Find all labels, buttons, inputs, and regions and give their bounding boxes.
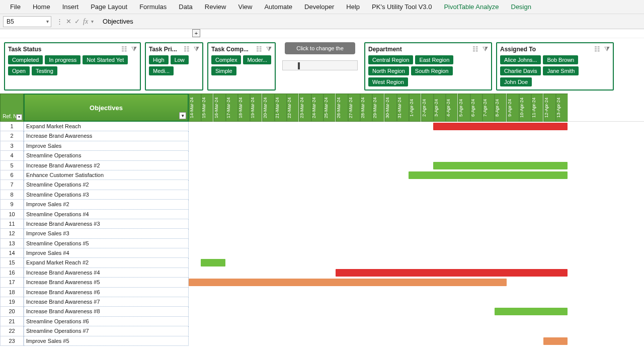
ref-cell[interactable]: 10	[0, 210, 24, 219]
date-header[interactable]: 2-Apr-24	[421, 94, 433, 122]
date-header[interactable]: 7-Apr-24	[482, 94, 494, 122]
clear-filter-icon[interactable]: ⧩	[604, 45, 610, 53]
slicer-item[interactable]: Bob Brown	[543, 55, 578, 64]
objective-cell[interactable]: Increase Brand Awareness #2	[24, 161, 189, 170]
objective-cell[interactable]: Enhance Customer Satisfaction	[24, 170, 189, 180]
fx-icon[interactable]: fx	[83, 18, 88, 26]
slicer-item[interactable]: Central Region	[368, 55, 413, 64]
gantt-bar[interactable]	[189, 279, 507, 286]
multiselect-icon[interactable]: ☷	[594, 45, 600, 53]
ref-cell[interactable]: 21	[0, 317, 24, 326]
date-input[interactable]	[282, 60, 358, 70]
ribbon-tab[interactable]: Page Layout	[85, 1, 133, 13]
objective-cell[interactable]: Expand Market Reach	[24, 122, 189, 131]
ribbon-tab[interactable]: PivotTable Analyze	[438, 1, 505, 13]
objective-cell[interactable]: Improve Sales #4	[24, 248, 189, 258]
date-header[interactable]: 8-Apr-24	[494, 94, 506, 122]
ribbon-tab[interactable]: Home	[27, 1, 56, 13]
chevron-down-icon[interactable]: ▾	[46, 19, 49, 24]
ribbon-tab[interactable]: Insert	[56, 1, 85, 13]
objective-cell[interactable]: Streamline Operations #4	[24, 210, 189, 219]
gantt-bar[interactable]	[433, 123, 568, 130]
objectives-header[interactable]: Objectives ▾	[24, 94, 189, 122]
clear-filter-icon[interactable]: ⧩	[482, 45, 488, 53]
expand-button[interactable]: +	[192, 29, 200, 37]
ref-cell[interactable]: 22	[0, 326, 24, 336]
date-header[interactable]: 14-Mar-24	[189, 94, 201, 122]
date-header[interactable]: 9-Apr-24	[507, 94, 519, 122]
slicer-item[interactable]: In progress	[45, 55, 80, 64]
filter-dropdown-icon[interactable]: ▾	[179, 112, 186, 119]
objective-cell[interactable]: Streamline Operations #3	[24, 190, 189, 200]
ribbon-tab[interactable]: Formulas	[133, 1, 173, 13]
ribbon-tab[interactable]: PK's Utility Tool V3.0	[366, 1, 438, 13]
gantt-bar[interactable]	[433, 162, 568, 169]
date-header[interactable]: 4-Apr-24	[445, 94, 457, 122]
gantt-bar[interactable]	[336, 269, 568, 277]
ref-cell[interactable]: 13	[0, 239, 24, 248]
date-header[interactable]: 28-Mar-24	[360, 94, 372, 122]
multiselect-icon[interactable]: ☷	[121, 45, 127, 53]
ribbon-tab[interactable]: Review	[199, 1, 232, 13]
date-header[interactable]: 25-Mar-24	[323, 94, 335, 122]
slicer-item[interactable]: Alice Johns...	[500, 55, 541, 64]
date-header[interactable]: 18-Mar-24	[237, 94, 250, 122]
objective-cell[interactable]: Improve Sales #2	[24, 200, 189, 209]
objective-cell[interactable]: Improve Sales	[24, 141, 189, 151]
slicer-item[interactable]: West Region	[368, 77, 408, 86]
objective-cell[interactable]: Improve Sales #5	[24, 336, 189, 346]
date-header[interactable]: 30-Mar-24	[384, 94, 396, 122]
ribbon-tab[interactable]: File	[4, 1, 27, 13]
date-header[interactable]: 26-Mar-24	[336, 94, 348, 122]
date-header[interactable]: 31-Mar-24	[396, 94, 409, 122]
objective-cell[interactable]: Streamline Operations #6	[24, 317, 189, 326]
objective-cell[interactable]: Increase Brand Awareness #3	[24, 219, 189, 229]
date-header[interactable]: 16-Mar-24	[213, 94, 225, 122]
objective-cell[interactable]: Increase Brand Awareness #8	[24, 307, 189, 316]
ref-cell[interactable]: 2	[0, 131, 24, 141]
ref-cell[interactable]: 15	[0, 258, 24, 268]
objective-cell[interactable]: Streamline Operations #7	[24, 326, 189, 336]
date-header[interactable]: 12-Apr-24	[543, 94, 555, 122]
date-header[interactable]: 21-Mar-24	[274, 94, 286, 122]
slicer-item[interactable]: South Region	[411, 66, 453, 75]
multiselect-icon[interactable]: ☷	[256, 45, 262, 53]
objective-cell[interactable]: Increase Brand Awareness	[24, 131, 189, 141]
ref-cell[interactable]: 18	[0, 288, 24, 297]
ribbon-tab[interactable]: Automate	[258, 1, 298, 13]
ref-cell[interactable]: 3	[0, 141, 24, 151]
gantt-bar[interactable]	[409, 171, 568, 179]
slicer-item[interactable]: Not Started Yet	[83, 55, 128, 64]
ref-cell[interactable]: 19	[0, 297, 24, 307]
slicer-item[interactable]: Low	[171, 55, 189, 64]
date-header[interactable]: 22-Mar-24	[286, 94, 298, 122]
ref-header[interactable]: Ref. No. ▾	[0, 94, 24, 122]
chevron-down-icon[interactable]: ▾	[91, 19, 94, 24]
date-header[interactable]: 5-Apr-24	[458, 94, 470, 122]
ref-cell[interactable]: 23	[0, 336, 24, 346]
filter-dropdown-icon[interactable]: ▾	[16, 114, 22, 120]
ribbon-tab[interactable]: Data	[173, 1, 198, 13]
confirm-icon[interactable]: ✓	[74, 18, 80, 25]
ribbon-tab[interactable]: Developer	[298, 1, 340, 13]
date-header[interactable]: 20-Mar-24	[262, 94, 274, 122]
slicer-item[interactable]: Jane Smith	[543, 66, 579, 75]
date-header[interactable]: 13-Apr-24	[555, 94, 568, 122]
clear-filter-icon[interactable]: ⧩	[194, 45, 199, 53]
date-header[interactable]: 11-Apr-24	[531, 94, 543, 122]
ref-cell[interactable]: 20	[0, 307, 24, 316]
slicer-item[interactable]: Charlie Davis	[500, 66, 541, 75]
date-header[interactable]: 19-Mar-24	[250, 94, 262, 122]
gantt-bar[interactable]	[543, 337, 568, 345]
ref-cell[interactable]: 7	[0, 180, 24, 190]
ribbon-tab[interactable]: Design	[505, 1, 537, 13]
objective-cell[interactable]: Increase Brand Awareness #7	[24, 297, 189, 307]
objective-cell[interactable]: Increase Brand Awareness #5	[24, 278, 189, 287]
ref-cell[interactable]: 5	[0, 161, 24, 170]
objective-cell[interactable]: Streamline Operations #5	[24, 239, 189, 248]
ref-cell[interactable]: 6	[0, 170, 24, 180]
slicer-item[interactable]: North Region	[368, 66, 409, 75]
ref-cell[interactable]: 1	[0, 122, 24, 131]
clear-filter-icon[interactable]: ⧩	[131, 45, 137, 53]
multiselect-icon[interactable]: ☷	[472, 45, 478, 53]
